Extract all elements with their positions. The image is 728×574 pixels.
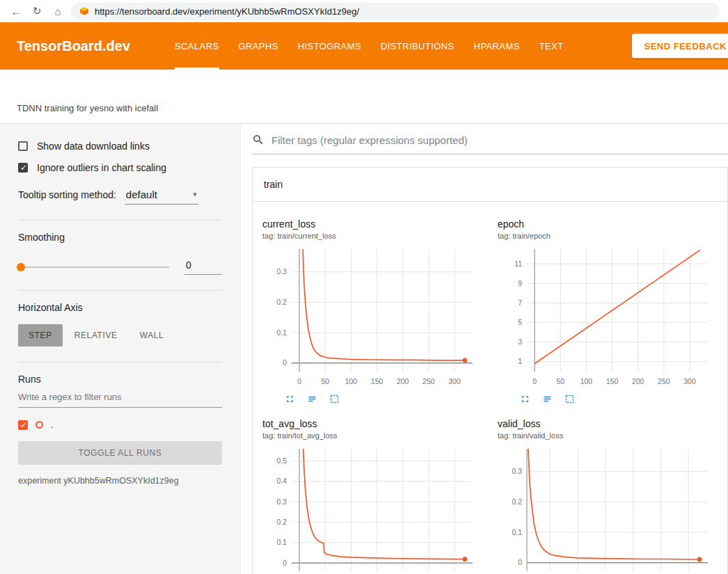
svg-text:0.4: 0.4 (276, 477, 287, 485)
tag-filter-row (252, 134, 728, 154)
tooltip-sorting-value: default (126, 189, 157, 200)
line-chart-tot-avg-loss[interactable]: 05010015020025030000.10.20.30.40.5 (262, 445, 478, 574)
runs-list-icon[interactable] (307, 394, 317, 404)
reload-icon[interactable]: ↻ (29, 5, 45, 17)
smoothing-slider[interactable] (18, 266, 169, 268)
svg-text:0: 0 (532, 377, 537, 385)
line-chart-epoch[interactable]: 0501001502002503001357911 (498, 246, 713, 390)
chart-card-valid-loss: valid_loss tag: train/valid_loss 5010015… (491, 407, 726, 574)
svg-text:11: 11 (514, 260, 522, 268)
chart-card-tot-avg-loss: tot_avg_loss tag: train/tot_avg_loss 050… (255, 407, 491, 574)
runs-list-icon[interactable] (542, 394, 553, 404)
smoothing-section: Smoothing 0 (18, 221, 222, 291)
show-download-links-checkbox[interactable] (18, 141, 28, 151)
svg-text:50: 50 (321, 377, 329, 385)
ignore-outliers-label: Ignore outliers in chart scaling (37, 162, 166, 173)
ignore-outliers-checkbox[interactable] (18, 163, 28, 173)
svg-text:0: 0 (283, 358, 287, 367)
tab-distributions[interactable]: DISTRIBUTIONS (381, 22, 454, 70)
chart-title: epoch (498, 218, 723, 230)
expand-chart-icon[interactable] (285, 394, 295, 404)
svg-text:1: 1 (518, 357, 522, 365)
tab-histograms[interactable]: HISTOGRAMS (298, 22, 361, 70)
svg-text:0.2: 0.2 (276, 518, 287, 526)
address-bar[interactable]: https://tensorboard.dev/experiment/yKUbh… (71, 3, 720, 20)
chart-card-current-loss: current_loss tag: train/current_loss 050… (255, 207, 491, 407)
svg-text:0.1: 0.1 (276, 328, 287, 337)
line-chart-valid-loss[interactable]: 5010015020025030000.10.20.3 (498, 445, 713, 574)
charts-grid: current_loss tag: train/current_loss 050… (253, 202, 727, 574)
axis-wall-button[interactable]: WALL (129, 324, 175, 346)
expand-chart-icon[interactable] (520, 394, 530, 404)
runs-section: Runs . TOGGLE ALL RUNS experiment yKUbhb… (18, 362, 222, 501)
chart-tag: tag: train/valid_loss (498, 431, 723, 440)
tooltip-sorting-row: Tooltip sorting method: default ▾ (18, 187, 222, 205)
run-checkbox[interactable] (18, 420, 28, 430)
train-group-header[interactable]: train (253, 168, 727, 202)
horizontal-axis-buttons: STEP RELATIVE WALL (18, 324, 222, 346)
svg-text:9: 9 (518, 279, 522, 287)
general-settings-section: Show data download links Ignore outliers… (18, 129, 222, 221)
chart-actions (498, 394, 723, 404)
dropdown-arrow-icon: ▾ (193, 190, 197, 199)
svg-text:250: 250 (422, 377, 435, 385)
chart-card-epoch: epoch tag: train/epoch 05010015020025030… (491, 207, 726, 407)
tab-text[interactable]: TEXT (539, 22, 564, 70)
ignore-outliers-row[interactable]: Ignore outliers in chart scaling (18, 162, 222, 173)
show-download-links-label: Show data download links (37, 141, 150, 152)
chart-tag: tag: train/current_loss (262, 232, 488, 240)
experiment-subtitle: TDNN training for yesno with icefall (17, 103, 158, 113)
send-feedback-button[interactable]: SEND FEEDBACK (632, 34, 728, 58)
fit-domain-icon[interactable] (564, 394, 575, 404)
home-icon[interactable]: ⌂ (50, 6, 65, 17)
axis-step-button[interactable]: STEP (18, 324, 63, 346)
chart-tag: tag: train/tot_avg_loss (262, 431, 488, 440)
chart-title: tot_avg_loss (262, 418, 488, 429)
experiment-subtitle-strip: TDNN training for yesno with icefall (0, 70, 728, 124)
svg-text:0.3: 0.3 (276, 267, 287, 276)
tag-filter-input[interactable] (271, 134, 728, 146)
top-nav-tabs: SCALARS GRAPHS HISTOGRAMS DISTRIBUTIONS … (175, 22, 564, 70)
svg-text:150: 150 (606, 377, 619, 385)
svg-text:5: 5 (518, 318, 522, 326)
run-name: . (51, 420, 54, 430)
horizontal-axis-label: Horizontal Axis (18, 302, 222, 313)
run-row[interactable]: . (18, 420, 222, 430)
axis-relative-button[interactable]: RELATIVE (64, 324, 128, 346)
fit-domain-icon[interactable] (329, 394, 340, 404)
svg-text:0: 0 (518, 558, 522, 566)
url-text: https://tensorboard.dev/experiment/yKUbh… (95, 6, 359, 17)
svg-text:0: 0 (283, 559, 287, 567)
chart-title: valid_loss (498, 418, 723, 429)
svg-text:0: 0 (297, 377, 301, 385)
svg-text:250: 250 (658, 377, 670, 385)
tooltip-sorting-select[interactable]: default ▾ (125, 187, 198, 205)
experiment-id-label: experiment yKUbhb5wRmOSXYkId1z9eg (18, 476, 222, 486)
runs-filter-input[interactable] (18, 385, 222, 408)
chart-tag: tag: train/epoch (498, 232, 723, 240)
settings-sidebar: Show data download links Ignore outliers… (0, 124, 241, 574)
site-favicon-cube-icon (79, 6, 89, 16)
brand-title: TensorBoard.dev (17, 38, 130, 54)
svg-text:3: 3 (518, 337, 522, 346)
line-chart-current-loss[interactable]: 05010015020025030000.10.20.3 (262, 246, 478, 390)
content: Show data download links Ignore outliers… (0, 124, 728, 574)
tab-hparams[interactable]: HPARAMS (474, 22, 520, 70)
smoothing-slider-thumb[interactable] (17, 263, 25, 271)
toggle-all-runs-button[interactable]: TOGGLE ALL RUNS (18, 441, 222, 465)
smoothing-slider-row: 0 (18, 260, 222, 275)
show-download-links-row[interactable]: Show data download links (18, 141, 222, 152)
app-header: TensorBoard.dev SCALARS GRAPHS HISTOGRAM… (0, 22, 728, 70)
tab-graphs[interactable]: GRAPHS (239, 22, 278, 70)
tab-scalars[interactable]: SCALARS (175, 22, 219, 70)
svg-text:0.2: 0.2 (512, 497, 522, 506)
scalars-main: train current_loss tag: train/current_lo… (241, 124, 728, 574)
svg-text:300: 300 (683, 377, 696, 385)
svg-text:300: 300 (448, 377, 461, 385)
svg-text:100: 100 (345, 377, 358, 385)
chart-actions (262, 394, 488, 404)
back-icon[interactable]: ← (8, 6, 24, 17)
runs-label: Runs (18, 374, 222, 385)
smoothing-value-field[interactable]: 0 (184, 260, 222, 275)
smoothing-label: Smoothing (18, 232, 222, 243)
